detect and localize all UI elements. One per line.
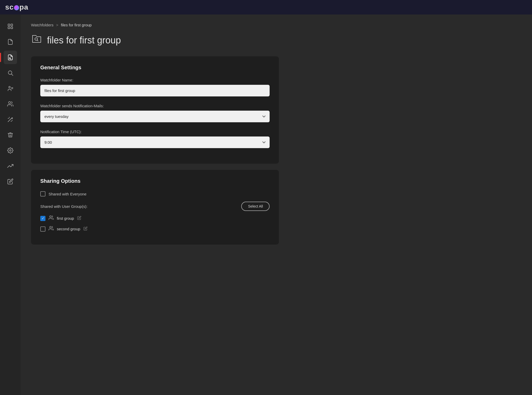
general-settings-title: General Settings [40,65,270,71]
group-second-edit-icon[interactable] [83,226,88,231]
logo-text-pa: pa [19,3,28,11]
svg-point-7 [9,86,10,88]
file-search-icon [7,54,13,60]
group-users-icon-second [49,226,54,232]
search-icon [7,70,13,76]
sidebar-item-magic[interactable] [4,113,17,126]
logo-dot [14,5,19,10]
sharing-options-card: Sharing Options Shared with Everyone Sha… [31,170,279,245]
magic-icon [7,116,13,123]
sidebar-item-watchfolders[interactable] [4,51,17,64]
watchfolder-name-group: Watchfolder Name: [40,78,270,96]
notification-mail-select[interactable]: every tuesday never daily every monday e… [40,111,270,122]
shared-everyone-checkbox[interactable] [40,191,45,196]
sidebar-item-analytics[interactable] [4,159,17,173]
sidebar-item-dashboard[interactable] [4,20,17,33]
sidebar-item-search[interactable] [4,66,17,80]
topbar: scpa [0,0,532,14]
sidebar [0,14,21,395]
groups-header: Shared with User Group(s): Select All [40,202,270,211]
sidebar-item-trash[interactable] [4,128,17,142]
notification-time-select[interactable]: 9:00 0:00 1:00 2:00 3:00 6:00 12:00 18:0… [40,136,270,148]
group-second-checkbox[interactable] [40,226,45,232]
logo[interactable]: scpa [5,3,28,11]
main-content: Watchfolders > files for first group fil… [21,14,532,395]
svg-rect-3 [11,27,13,29]
svg-point-19 [50,226,51,228]
gear-icon [7,147,13,154]
group-item-second: second group [40,226,270,232]
notification-time-label: Notification Time (UTC): [40,130,270,134]
users-icon [7,101,13,107]
group-first-name: first group [57,216,74,221]
svg-rect-2 [8,27,10,29]
notification-mail-label: Watchfolder sends Notification-Mails: [40,104,270,108]
logo-text-sc: sc [5,3,14,11]
watchfolder-name-label: Watchfolder Name: [40,78,270,82]
breadcrumb-parent-link[interactable]: Watchfolders [31,23,53,27]
select-all-button[interactable]: Select All [241,202,270,211]
group-users-icon-first [49,215,54,222]
sidebar-item-users[interactable] [4,82,17,95]
user-list-icon [7,85,13,92]
sharing-options-title: Sharing Options [40,178,270,184]
group-first-edit-icon[interactable] [77,216,81,221]
svg-point-18 [50,216,51,218]
group-second-name: second group [57,227,80,231]
watchfolder-icon [31,33,42,47]
sidebar-item-groups[interactable] [4,97,17,111]
notification-time-group: Notification Time (UTC): 9:00 0:00 1:00 … [40,130,270,148]
breadcrumb-separator: > [56,23,58,27]
svg-point-10 [9,102,11,104]
breadcrumb-current: files for first group [61,23,92,27]
svg-point-16 [10,150,11,151]
svg-rect-1 [11,24,13,26]
group-first-checkbox[interactable] [40,216,45,221]
sidebar-item-edit[interactable] [4,175,17,188]
grid-icon [7,23,13,29]
shared-everyone-label: Shared with Everyone [49,192,87,196]
sidebar-item-settings[interactable] [4,144,17,157]
sidebar-item-document[interactable] [4,35,17,49]
group-item-first: first group [40,215,270,222]
shared-groups-label: Shared with User Group(s): [40,204,88,209]
svg-line-6 [12,74,13,76]
trash-icon [7,132,13,138]
edit-icon [7,178,13,185]
breadcrumb: Watchfolders > files for first group [31,23,522,27]
notification-mail-group: Watchfolder sends Notification-Mails: ev… [40,104,270,122]
svg-rect-0 [8,24,10,26]
chart-icon [7,163,13,169]
file-icon [7,39,13,45]
shared-everyone-row: Shared with Everyone [40,191,270,196]
page-title: files for first group [47,35,121,46]
general-settings-card: General Settings Watchfolder Name: Watch… [31,56,279,164]
watchfolder-name-input[interactable] [40,85,270,96]
page-title-row: files for first group [31,33,522,47]
